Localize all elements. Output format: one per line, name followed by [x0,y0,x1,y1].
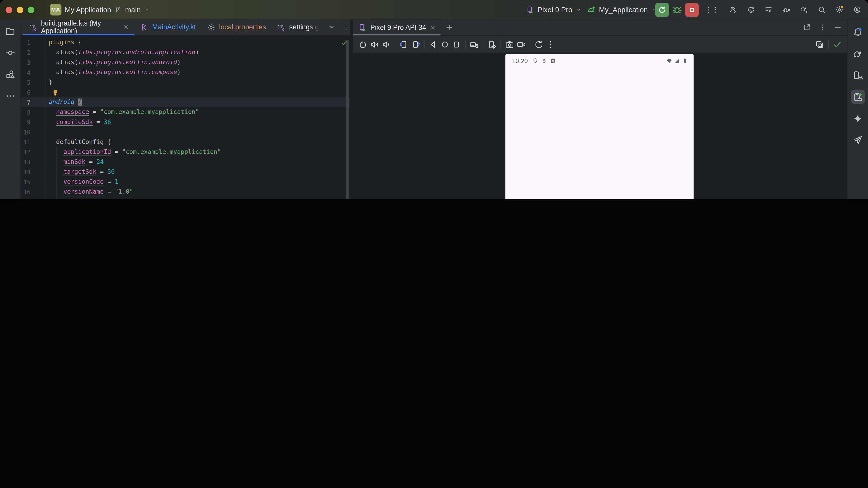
gradle-sync-icon[interactable] [800,5,808,14]
code-line[interactable]: 15 versionCode = 1 [21,177,350,187]
line-number[interactable]: 5 [21,77,45,88]
line-number[interactable]: 2 [21,48,45,58]
inspections-ok-icon[interactable] [340,39,348,46]
android-icon [587,5,596,14]
editor-tab[interactable]: Ksettings.g [272,20,324,35]
code-editor[interactable]: 1plugins {2 alias(libs.plugins.android.a… [21,35,350,199]
rerun-button[interactable] [655,2,669,17]
tool-stripe-button-commit[interactable] [3,45,18,60]
nav-home-icon[interactable] [440,39,450,49]
tool-stripe-button-more[interactable] [3,89,18,103]
intention-bulb-icon[interactable] [52,89,59,96]
close-tab-icon[interactable] [123,24,129,30]
line-number[interactable]: 4 [21,68,45,77]
search-icon[interactable] [817,5,826,14]
close-icon[interactable] [430,25,435,30]
chevron-down-icon[interactable] [328,23,336,31]
check-icon[interactable] [833,39,842,49]
code-line[interactable]: 9 compileSdk = 36 [21,117,350,127]
zoom-window-button[interactable] [28,6,34,13]
run-configuration-selector[interactable]: My_Application [587,0,657,20]
screenshot-icon[interactable] [505,39,514,49]
editor-tab[interactable]: MainActivity.kt [134,20,202,35]
line-number[interactable]: 9 [21,117,45,127]
build-hammer-icon[interactable] [729,5,737,14]
line-number[interactable]: 16 [21,187,45,197]
line-number[interactable]: 12 [21,147,45,157]
editor-tab[interactable]: local.properties [202,20,272,35]
code-line[interactable]: 8 namespace = "com.example.myapplication… [21,107,350,117]
code-line[interactable]: 1plugins { [21,38,350,48]
tool-stripe-button-gemini-spark[interactable] [850,111,865,126]
code-line[interactable]: 4 alias(libs.plugins.kotlin.compose) [21,68,350,77]
power-icon[interactable] [358,39,368,49]
code-line[interactable]: 11 defaultConfig { [21,137,350,147]
tool-stripe-button-shapes[interactable] [3,67,18,81]
settings-icon[interactable] [835,5,844,14]
nav-back-icon[interactable] [429,39,438,49]
line-number[interactable]: 14 [21,167,45,177]
tool-stripe-button-running-devices[interactable] [850,90,865,104]
profile-icon[interactable] [853,5,862,14]
volume-up-icon[interactable] [370,39,379,49]
device-screen[interactable]: 10:20 A Hello Android! [505,54,694,199]
stop-button[interactable] [685,2,699,17]
rotate-left-icon[interactable] [399,39,409,49]
tool-stripe-button-gradle-elephant[interactable] [850,46,865,61]
line-number[interactable]: 1 [21,38,45,48]
tool-stripe-button-device-manager[interactable] [850,68,865,83]
svg-text:K: K [33,27,37,31]
code-line[interactable]: 12 applicationId = "com.example.myapplic… [21,147,350,157]
line-number[interactable]: 3 [21,58,45,68]
close-window-button[interactable] [5,6,12,13]
code-line[interactable]: 17 [21,197,350,199]
device-selector[interactable]: Pixel 9 Pro [526,0,582,20]
volume-down-icon[interactable] [381,39,391,49]
keyboard-icon[interactable] [469,39,479,49]
line-number[interactable]: 11 [21,137,45,147]
code-line[interactable]: 14 targetSdk = 36 [21,167,350,177]
add-device-button[interactable] [445,20,453,35]
branch-selector[interactable]: main [114,0,150,20]
code-line[interactable]: 6 [21,88,350,97]
code-line[interactable]: 10 [21,127,350,137]
kebab-icon[interactable] [342,23,350,31]
code-line[interactable]: 7android { [21,97,350,107]
project-selector[interactable]: MA My Application [50,0,121,20]
line-number[interactable]: 7 [21,97,45,107]
line-number[interactable]: 15 [21,177,45,187]
tool-stripe-button-plane[interactable] [850,133,865,147]
code-line[interactable]: 3 alias(libs.plugins.kotlin.android) [21,58,350,68]
code-line[interactable]: 13 minSdk = 24 [21,157,350,167]
device-tab[interactable]: Pixel 9 Pro API 34 [352,20,440,35]
line-number[interactable]: 8 [21,107,45,117]
apply-code-icon[interactable] [765,5,773,14]
attach-debugger-icon[interactable] [782,5,790,14]
editor-tab[interactable]: Kbuild.gradle.kts (My Application) [23,20,134,35]
line-number[interactable]: 17 [21,197,45,199]
kebab-icon[interactable] [818,23,827,32]
shield-icon [532,58,538,64]
layers-search-icon[interactable] [815,39,825,49]
open-new-icon[interactable] [803,23,811,32]
code-line[interactable]: 5} [21,77,350,88]
screen-record-icon[interactable] [517,39,526,49]
line-number[interactable]: 13 [21,157,45,167]
tool-stripe-button-bell[interactable] [850,25,865,39]
rotate-right-icon[interactable] [411,39,420,49]
minimize-icon[interactable] [834,23,842,32]
editor-scrollbar[interactable] [346,40,349,199]
kebab-icon[interactable] [711,5,720,14]
apply-restart-icon[interactable]: A [747,5,755,14]
code-line[interactable]: 2 alias(libs.plugins.android.application… [21,48,350,58]
nav-overview-icon[interactable] [452,39,461,49]
tool-stripe-button-folder[interactable] [3,24,18,38]
line-number[interactable]: 10 [21,127,45,137]
debug-button[interactable] [671,4,682,15]
line-number[interactable]: 6 [21,88,45,97]
kebab-icon[interactable] [546,39,555,49]
reset-icon[interactable] [534,39,544,49]
minimize-window-button[interactable] [17,6,23,13]
device-settings-icon[interactable] [487,39,497,49]
code-line[interactable]: 16 versionName = "1.0" [21,187,350,197]
